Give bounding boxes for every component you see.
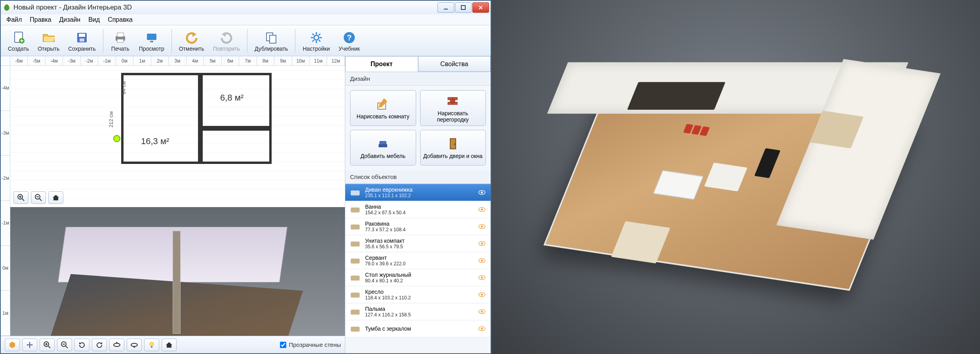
add-doors-windows-button[interactable]: Добавить двери и окна bbox=[420, 130, 486, 166]
svg-rect-53 bbox=[351, 293, 360, 298]
visibility-eye-icon[interactable] bbox=[477, 188, 487, 197]
menu-file[interactable]: Файл bbox=[3, 15, 25, 24]
save-button[interactable]: Сохранить bbox=[64, 28, 100, 53]
add-furniture-button[interactable]: Добавить мебель bbox=[350, 130, 416, 166]
create-button[interactable]: Создать bbox=[4, 28, 33, 53]
menu-help[interactable]: Справка bbox=[105, 15, 136, 24]
object-dimensions: 118.4 x 103.2 x 110.2 bbox=[365, 295, 473, 301]
ruler-h-tick: -6м bbox=[10, 56, 28, 65]
svg-point-14 bbox=[314, 35, 319, 40]
svg-rect-50 bbox=[351, 276, 360, 281]
minimize-button[interactable] bbox=[438, 2, 454, 13]
object-dimensions: 80.4 x 80.1 x 40.2 bbox=[365, 278, 473, 284]
gear-icon bbox=[309, 30, 323, 46]
tab-properties[interactable]: Свойства bbox=[418, 56, 491, 72]
tilt-down-button[interactable] bbox=[127, 339, 142, 351]
object-list-item[interactable]: Раковина77.3 x 57.2 x 108.4 bbox=[345, 218, 491, 235]
redo-button[interactable]: Повторить bbox=[209, 28, 244, 53]
settings-button[interactable]: Настройки bbox=[299, 28, 334, 53]
object-list-item[interactable]: Ванна154.2 x 67.5 x 50.4 bbox=[345, 201, 491, 218]
ruler-h-tick: 5м bbox=[204, 56, 221, 65]
view-3d-icon-button[interactable] bbox=[5, 339, 20, 351]
object-list-item[interactable]: Стол журнальный80.4 x 80.1 x 40.2 bbox=[345, 269, 491, 286]
document-new-icon bbox=[11, 30, 26, 46]
tab-project[interactable]: Проект bbox=[345, 56, 418, 72]
object-dimensions: 235.1 x 113.1 x 102.2 bbox=[365, 193, 473, 198]
object-name: Диван еврокнижка bbox=[365, 187, 473, 193]
visibility-eye-icon[interactable] bbox=[477, 256, 487, 265]
menu-design[interactable]: Дизайн bbox=[56, 15, 84, 24]
visibility-eye-icon[interactable] bbox=[477, 205, 487, 214]
room-a[interactable] bbox=[121, 73, 200, 164]
draw-partition-button[interactable]: Нарисовать перегородку bbox=[420, 90, 486, 126]
visibility-eye-icon[interactable] bbox=[477, 222, 487, 231]
transparent-walls-checkbox[interactable]: Прозрачные стены bbox=[280, 341, 341, 348]
zoom-in-plan-button[interactable] bbox=[13, 191, 29, 204]
ruler-h-tick: -4м bbox=[46, 56, 63, 65]
home-3d-button[interactable] bbox=[162, 339, 177, 351]
preview-button[interactable]: Просмотр bbox=[135, 28, 168, 53]
visibility-eye-icon[interactable] bbox=[477, 324, 487, 333]
ruler-h-tick: -2м bbox=[81, 56, 98, 65]
origin-marker[interactable] bbox=[113, 135, 120, 142]
svg-rect-44 bbox=[351, 242, 360, 247]
svg-rect-32 bbox=[379, 144, 387, 147]
armchair-icon bbox=[376, 136, 390, 151]
object-thumbnail-icon bbox=[349, 238, 361, 249]
object-list-item[interactable]: Пальма127.4 x 116.2 x 158.5 bbox=[345, 303, 491, 320]
undo-button[interactable]: Отменить bbox=[175, 28, 208, 53]
maximize-button[interactable] bbox=[455, 2, 472, 13]
close-button[interactable] bbox=[472, 2, 489, 13]
app-window: Новый проект - Дизайн Интерьера 3D Файл … bbox=[0, 0, 491, 354]
print-button[interactable]: Печать bbox=[107, 28, 134, 53]
lighting-button[interactable] bbox=[144, 339, 159, 351]
view-3d-pane[interactable] bbox=[10, 207, 345, 336]
pencil-room-icon bbox=[376, 97, 390, 112]
object-list-item[interactable]: Сервант79.0 x 39.6 x 222.0 bbox=[345, 252, 491, 269]
pan-button[interactable] bbox=[22, 339, 37, 351]
ruler-h-tick: -3м bbox=[63, 56, 80, 65]
svg-rect-6 bbox=[80, 38, 84, 42]
floor-plan-pane[interactable]: 16,3 м² 6,8 м² 212 см 84 см bbox=[10, 66, 345, 207]
zoom-out-3d-button[interactable] bbox=[57, 339, 72, 351]
zoom-out-plan-button[interactable] bbox=[31, 191, 46, 204]
object-list-item[interactable]: Тумба с зеркалом bbox=[345, 320, 491, 337]
object-list-item[interactable]: Кресло118.4 x 103.2 x 110.2 bbox=[345, 286, 491, 303]
svg-rect-11 bbox=[150, 41, 153, 42]
svg-rect-27 bbox=[453, 97, 457, 100]
home-plan-button[interactable] bbox=[48, 191, 63, 204]
visibility-eye-icon[interactable] bbox=[477, 273, 487, 282]
tilt-up-button[interactable] bbox=[109, 339, 124, 351]
render-preview bbox=[491, 0, 980, 354]
visibility-eye-icon[interactable] bbox=[477, 290, 487, 299]
object-list: Диван еврокнижка235.1 x 113.1 x 102.2Ван… bbox=[345, 184, 491, 353]
rotate-left-button[interactable] bbox=[74, 339, 89, 351]
duplicate-button[interactable]: Дублировать bbox=[251, 28, 292, 53]
svg-point-49 bbox=[481, 260, 483, 262]
visibility-eye-icon[interactable] bbox=[477, 239, 487, 248]
help-icon: ? bbox=[342, 30, 356, 46]
ruler-h-tick: 8м bbox=[257, 56, 274, 65]
visibility-eye-icon[interactable] bbox=[477, 307, 487, 316]
object-dimensions: 77.3 x 57.2 x 108.4 bbox=[365, 227, 473, 232]
menu-edit[interactable]: Правка bbox=[27, 15, 54, 24]
svg-rect-9 bbox=[117, 39, 124, 42]
menu-view[interactable]: Вид bbox=[85, 15, 103, 24]
room-c[interactable] bbox=[200, 128, 272, 164]
open-button[interactable]: Открыть bbox=[34, 28, 63, 53]
ruler-h-tick: 1м bbox=[133, 56, 151, 65]
room-a-area: 16,3 м² bbox=[141, 136, 169, 147]
draw-room-button[interactable]: Нарисовать комнату bbox=[350, 90, 416, 126]
object-list-item[interactable]: Диван еврокнижка235.1 x 113.1 x 102.2 bbox=[345, 184, 491, 201]
folder-open-icon bbox=[42, 30, 56, 46]
zoom-in-3d-button[interactable] bbox=[40, 339, 55, 351]
object-thumbnail-icon bbox=[349, 289, 361, 301]
tutorial-button[interactable]: ?Учебник bbox=[335, 28, 364, 53]
rotate-right-button[interactable] bbox=[92, 339, 107, 351]
svg-point-52 bbox=[481, 277, 483, 279]
object-list-item[interactable]: Унитаз компакт35.6 x 56.5 x 79.5 bbox=[345, 235, 491, 252]
svg-rect-38 bbox=[351, 207, 360, 213]
monitor-icon bbox=[145, 30, 159, 46]
svg-point-34 bbox=[454, 144, 455, 145]
svg-point-21 bbox=[114, 343, 120, 346]
